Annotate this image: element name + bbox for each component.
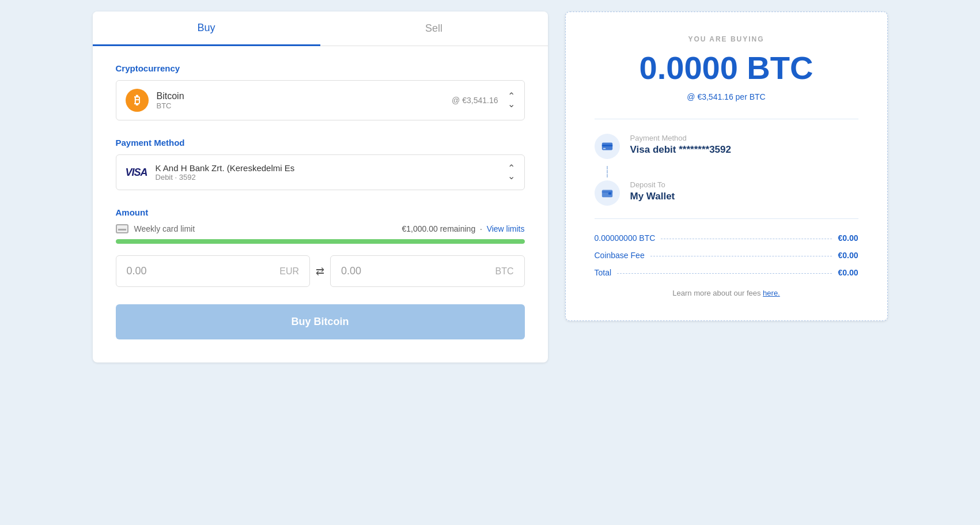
learn-more-text: Learn more about our fees	[672, 289, 763, 297]
fee-table: 0.00000000 BTC €0.00 Coinbase Fee €0.00 …	[595, 233, 858, 277]
weekly-limit-left: Weekly card limit	[116, 224, 195, 233]
view-limits-link[interactable]: View limits	[487, 224, 525, 233]
payment-method-summary-label: Payment Method	[630, 134, 731, 142]
eur-label: EUR	[279, 266, 299, 277]
fee-dots-1	[650, 256, 833, 256]
svg-rect-5	[601, 191, 612, 192]
panel-body: Cryptocurrency ₿ Bitcoin BTC @ €3,541.16…	[93, 46, 548, 362]
fee-row-total: Total €0.00	[595, 268, 858, 277]
fee-btc-value: €0.00	[838, 233, 858, 243]
payment-section-label: Payment Method	[116, 138, 525, 148]
tab-bar: Buy Sell	[93, 12, 548, 46]
payment-method-row: Payment Method Visa debit ********3592	[595, 134, 858, 159]
fee-row-btc: 0.00000000 BTC €0.00	[595, 233, 858, 243]
crypto-text: Bitcoin BTC	[157, 91, 184, 110]
tab-buy[interactable]: Buy	[93, 12, 320, 46]
payment-method-summary-value: Visa debit ********3592	[630, 144, 731, 156]
credit-card-icon	[601, 140, 614, 153]
amount-section-label: Amount	[116, 207, 525, 217]
fee-dots-0	[661, 239, 832, 239]
chevron-updown-icon: ⌃ ⌄	[508, 92, 515, 109]
visa-logo: VISA	[126, 167, 147, 179]
progress-bar	[116, 239, 525, 244]
crypto-name: Bitcoin	[157, 91, 184, 101]
crypto-right: @ €3,541.16 ⌃ ⌄	[452, 92, 514, 109]
deposit-to-info: Deposit To My Wallet	[630, 180, 675, 202]
btc-input[interactable]	[341, 265, 490, 277]
payment-text: K And H Bank Zrt. (Kereskedelmi Es Debit…	[156, 163, 295, 182]
divider-top	[595, 119, 858, 119]
crypto-section-label: Cryptocurrency	[116, 63, 525, 73]
card-icon	[116, 224, 128, 233]
payment-chevron-icon: ⌃ ⌄	[508, 164, 515, 181]
btc-icon: ₿	[126, 89, 149, 112]
btc-label: BTC	[495, 266, 514, 277]
crypto-price: @ €3,541.16	[452, 96, 498, 105]
svg-rect-1	[601, 145, 612, 146]
divider-bottom	[595, 218, 858, 219]
swap-icon: ⇄	[316, 265, 324, 278]
progress-bar-fill	[116, 239, 525, 244]
payment-icon-circle	[595, 134, 620, 159]
payment-method-info: Payment Method Visa debit ********3592	[630, 134, 731, 156]
fee-coinbase-label: Coinbase Fee	[595, 251, 645, 260]
fee-total-value: €0.00	[838, 268, 858, 277]
weekly-limit-row: Weekly card limit €1,000.00 remaining · …	[116, 224, 525, 233]
learn-more-section: Learn more about our fees here.	[595, 289, 858, 297]
cryptocurrency-selector[interactable]: ₿ Bitcoin BTC @ €3,541.16 ⌃ ⌄	[116, 80, 525, 120]
remaining-amount: €1,000.00 remaining	[402, 224, 476, 233]
eur-input-box[interactable]: EUR	[116, 255, 311, 287]
payment-method-selector[interactable]: VISA K And H Bank Zrt. (Kereskedelmi Es …	[116, 154, 525, 190]
amount-inputs: EUR ⇄ BTC	[116, 255, 525, 287]
deposit-to-value: My Wallet	[630, 191, 675, 202]
weekly-limit-label: Weekly card limit	[134, 224, 195, 233]
payment-info: VISA K And H Bank Zrt. (Kereskedelmi Es …	[126, 163, 295, 182]
you-are-buying-label: YOU ARE BUYING	[595, 35, 858, 43]
buy-bitcoin-button[interactable]: Buy Bitcoin	[116, 304, 525, 339]
buy-sell-panel: Buy Sell Cryptocurrency ₿ Bitcoin BTC @ …	[93, 12, 548, 362]
price-per-btc: @ €3,541.16 per BTC	[595, 92, 858, 101]
wallet-icon	[601, 187, 614, 199]
payment-card-type: Debit · 3592	[156, 173, 295, 182]
tab-sell[interactable]: Sell	[320, 12, 548, 46]
fee-dots-2	[617, 273, 832, 274]
crypto-info: ₿ Bitcoin BTC	[126, 89, 184, 112]
order-summary-panel: YOU ARE BUYING 0.0000 BTC @ €3,541.16 pe…	[565, 12, 888, 321]
btc-amount-display: 0.0000 BTC	[595, 49, 858, 86]
dashed-connector	[607, 166, 608, 177]
weekly-limit-right: €1,000.00 remaining · View limits	[402, 224, 525, 233]
svg-rect-2	[603, 148, 606, 149]
fee-btc-label: 0.00000000 BTC	[595, 233, 656, 243]
fee-coinbase-value: €0.00	[838, 251, 858, 260]
crypto-symbol: BTC	[157, 101, 184, 110]
svg-rect-4	[608, 192, 611, 195]
fee-total-label: Total	[595, 268, 612, 277]
fee-row-coinbase: Coinbase Fee €0.00	[595, 251, 858, 260]
deposit-to-row: Deposit To My Wallet	[595, 180, 858, 206]
deposit-to-label: Deposit To	[630, 180, 675, 189]
amount-section: Amount Weekly card limit €1,000.00 remai…	[116, 207, 525, 339]
learn-more-link[interactable]: here.	[763, 289, 780, 297]
payment-bank-name: K And H Bank Zrt. (Kereskedelmi Es	[156, 163, 295, 173]
eur-input[interactable]	[127, 265, 274, 277]
wallet-icon-circle	[595, 180, 620, 206]
btc-input-box[interactable]: BTC	[330, 255, 525, 287]
